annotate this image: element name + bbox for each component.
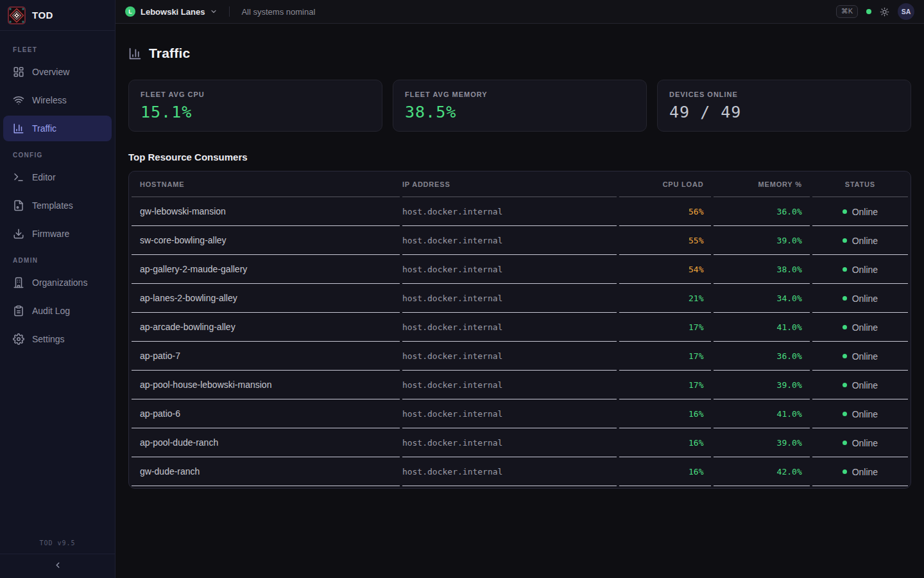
sidebar-item-label: Settings xyxy=(32,334,65,344)
sidebar-item-organizations[interactable]: Organizations xyxy=(3,270,112,295)
ip-cell: host.docker.internal xyxy=(402,255,617,284)
sidebar-collapse-button[interactable] xyxy=(0,554,115,578)
cpu-cell: 16% xyxy=(619,399,711,428)
status-cell: Online xyxy=(812,255,908,284)
table-body: gw-lebowski-mansionhost.docker.internal5… xyxy=(132,197,908,486)
gear-icon xyxy=(13,333,24,345)
sidebar-item-label: Traffic xyxy=(32,123,56,134)
org-name: Lebowski Lanes xyxy=(141,7,205,17)
hostname-cell: sw-core-bowling-alley xyxy=(132,226,400,255)
memory-cell: 34.0% xyxy=(714,284,809,313)
consumers-table: HOSTNAMEIP ADDRESSCPU LOADMEMORY %STATUS… xyxy=(128,171,911,489)
green-dot-icon xyxy=(866,9,871,14)
sidebar-item-firmware[interactable]: Firmware xyxy=(3,221,112,247)
cpu-cell: 54% xyxy=(619,255,711,284)
sidebar-nav: FLEETOverviewWirelessTrafficCONFIGEditor… xyxy=(0,31,115,534)
user-avatar[interactable]: SA xyxy=(898,3,914,20)
table-row[interactable]: sw-core-bowling-alleyhost.docker.interna… xyxy=(132,226,908,255)
sidebar-item-label: Editor xyxy=(32,172,56,182)
file-icon xyxy=(13,200,24,211)
org-selector[interactable]: L Lebowski Lanes xyxy=(125,6,218,17)
column-header: HOSTNAME xyxy=(132,171,400,197)
status-dot-icon xyxy=(843,412,847,416)
stat-value: 49 / 49 xyxy=(669,103,899,121)
table-row[interactable]: gw-lebowski-mansionhost.docker.internal5… xyxy=(132,197,908,226)
status-dot-icon xyxy=(843,469,847,474)
ip-cell: host.docker.internal xyxy=(402,342,617,371)
status-badge: Online xyxy=(852,380,878,390)
table-row[interactable]: ap-pool-dude-ranchhost.docker.internal16… xyxy=(132,428,908,457)
cpu-cell: 16% xyxy=(619,428,711,457)
sidebar-item-templates[interactable]: Templates xyxy=(3,193,112,218)
bar-chart-icon xyxy=(128,47,142,60)
status-badge: Online xyxy=(852,207,878,217)
page-title: Traffic xyxy=(149,46,190,61)
hostname-cell: ap-pool-house-lebowski-mansion xyxy=(132,371,400,399)
memory-cell: 39.0% xyxy=(714,226,809,255)
command-palette-shortcut[interactable]: ⌘K xyxy=(836,5,858,18)
status-badge: Online xyxy=(852,293,878,304)
stats-row: FLEET AVG CPU15.1%FLEET AVG MEMORY38.5%D… xyxy=(128,80,911,132)
bar-chart-icon xyxy=(13,123,24,134)
status-dot-icon xyxy=(843,325,847,329)
ip-cell: host.docker.internal xyxy=(402,197,617,226)
chevron-down-icon xyxy=(210,8,218,15)
app-version: TOD v9.5 xyxy=(0,534,115,554)
status-cell: Online xyxy=(812,313,908,342)
hostname-cell: ap-pool-dude-ranch xyxy=(132,428,400,457)
sidebar-item-traffic[interactable]: Traffic xyxy=(3,116,112,141)
stat-label: FLEET AVG CPU xyxy=(141,91,370,98)
sidebar-item-editor[interactable]: Editor xyxy=(3,164,112,190)
status-cell: Online xyxy=(812,371,908,399)
stat-value: 15.1% xyxy=(141,103,370,121)
column-header: STATUS xyxy=(812,171,908,197)
status-cell: Online xyxy=(812,342,908,371)
cpu-cell: 21% xyxy=(619,284,711,313)
status-badge: Online xyxy=(852,438,878,448)
app-logo-icon xyxy=(8,6,26,24)
status-badge: Online xyxy=(852,236,878,246)
cpu-cell: 17% xyxy=(619,342,711,371)
hostname-cell: ap-patio-6 xyxy=(132,399,400,428)
memory-cell: 41.0% xyxy=(714,399,809,428)
status-dot-icon xyxy=(843,354,847,358)
stat-card: FLEET AVG CPU15.1% xyxy=(128,80,382,132)
cpu-cell: 55% xyxy=(619,226,711,255)
hostname-cell: ap-lanes-2-bowling-alley xyxy=(132,284,400,313)
chevron-left-icon xyxy=(53,561,62,572)
hostname-cell: gw-dude-ranch xyxy=(132,457,400,486)
topbar-divider xyxy=(229,6,230,17)
status-dot-icon xyxy=(843,296,847,301)
status-dot-icon xyxy=(843,209,847,214)
sidebar-item-label: Overview xyxy=(32,67,69,77)
memory-cell: 39.0% xyxy=(714,371,809,399)
sidebar-item-audit-log[interactable]: Audit Log xyxy=(3,298,112,324)
hostname-cell: ap-arcade-bowling-alley xyxy=(132,313,400,342)
table-row[interactable]: ap-lanes-2-bowling-alleyhost.docker.inte… xyxy=(132,284,908,313)
nav-section-label: ADMIN xyxy=(0,249,115,270)
table-header-row: HOSTNAMEIP ADDRESSCPU LOADMEMORY %STATUS xyxy=(132,171,908,197)
topbar: L Lebowski Lanes All systems nominal ⌘K … xyxy=(116,0,924,24)
sidebar: TOD FLEETOverviewWirelessTrafficCONFIGEd… xyxy=(0,0,116,578)
ip-cell: host.docker.internal xyxy=(402,371,617,399)
clipboard-icon xyxy=(13,305,24,317)
status-cell: Online xyxy=(812,226,908,255)
table-row[interactable]: gw-dude-ranchhost.docker.internal16%42.0… xyxy=(132,457,908,486)
sun-icon[interactable] xyxy=(880,7,889,17)
table-row[interactable]: ap-pool-house-lebowski-mansionhost.docke… xyxy=(132,371,908,399)
memory-cell: 39.0% xyxy=(714,428,809,457)
table-row[interactable]: ap-patio-6host.docker.internal16%41.0%On… xyxy=(132,399,908,428)
sidebar-item-wireless[interactable]: Wireless xyxy=(3,87,112,113)
table-row[interactable]: ap-patio-7host.docker.internal17%36.0%On… xyxy=(132,342,908,371)
sidebar-item-label: Templates xyxy=(32,200,73,211)
status-badge: Online xyxy=(852,409,878,419)
sidebar-item-overview[interactable]: Overview xyxy=(3,59,112,85)
status-badge: Online xyxy=(852,322,878,333)
table-row[interactable]: ap-arcade-bowling-alleyhost.docker.inter… xyxy=(132,313,908,342)
status-dot-icon xyxy=(843,267,847,272)
terminal-icon xyxy=(13,171,24,183)
sidebar-item-settings[interactable]: Settings xyxy=(3,326,112,352)
ip-cell: host.docker.internal xyxy=(402,428,617,457)
stat-card: FLEET AVG MEMORY38.5% xyxy=(393,80,647,132)
table-row[interactable]: ap-gallery-2-maude-galleryhost.docker.in… xyxy=(132,255,908,284)
